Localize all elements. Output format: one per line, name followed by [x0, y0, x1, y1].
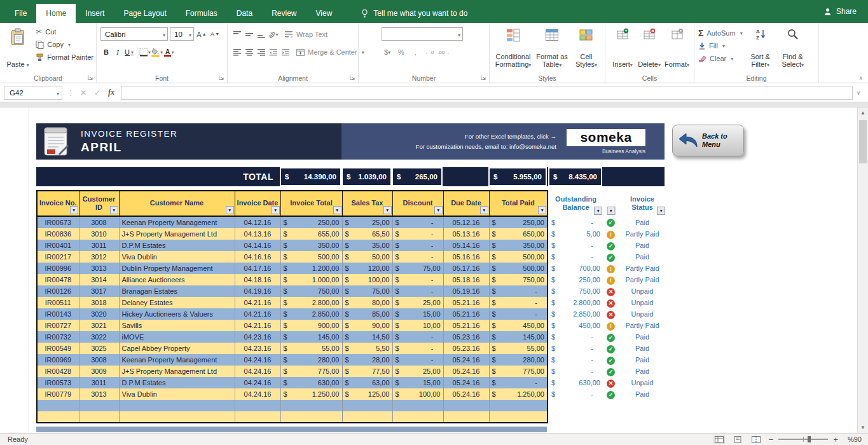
cell-customer-id[interactable]: 3011 — [79, 240, 119, 251]
cell-discount[interactable]: $- — [392, 285, 443, 297]
cell-customer-id[interactable]: 3010 — [79, 228, 119, 240]
cell-total-paid[interactable]: $280,00 — [489, 354, 548, 366]
cell-discount[interactable]: $- — [392, 216, 443, 228]
cell-customer-id[interactable]: 3011 — [79, 377, 119, 388]
cell-sales-tax[interactable]: $65,50 — [342, 228, 392, 240]
cell-outstanding-balance[interactable]: $5,00 — [549, 228, 603, 240]
tab-home[interactable]: Home — [36, 4, 76, 23]
zoom-in-button[interactable]: + — [833, 435, 838, 444]
cell-outstanding-balance[interactable]: $- — [549, 388, 603, 400]
cell-sales-tax[interactable]: $90,00 — [342, 320, 392, 331]
cell-customer-id[interactable]: 3020 — [79, 308, 119, 320]
header-invoice-date[interactable]: Invoice Date — [235, 191, 280, 216]
header-sales-tax[interactable]: Sales Tax — [342, 191, 392, 216]
cell-outstanding-balance[interactable]: $- — [549, 366, 603, 377]
cell-invoice-date[interactable]: 04.18.16 — [235, 274, 280, 285]
empty-cell[interactable] — [37, 400, 79, 411]
filter-button-customer-id[interactable] — [110, 206, 118, 214]
header-due-date[interactable]: Due Date — [443, 191, 489, 216]
empty-cell[interactable] — [280, 411, 342, 423]
cell-due-date[interactable]: 05.24.16 — [443, 377, 489, 388]
cell-sales-tax[interactable]: $50,00 — [342, 251, 392, 263]
cell-invoice-date[interactable]: 04.24.16 — [235, 388, 280, 400]
cell-total-paid[interactable]: $500,00 — [489, 263, 548, 274]
cell-total-paid[interactable]: $145,00 — [489, 331, 548, 343]
tab-page-layout[interactable]: Page Layout — [114, 4, 176, 23]
paste-button[interactable]: Paste — [4, 25, 32, 71]
cell-outstanding-balance[interactable]: $- — [549, 216, 603, 228]
cell-invoice-date[interactable]: 04.16.16 — [235, 251, 280, 263]
cell-outstanding-balance[interactable]: $- — [549, 354, 603, 366]
cell-invoice-total[interactable]: $1.200,00 — [280, 263, 342, 274]
scroll-up-arrow[interactable]: ▲ — [858, 107, 868, 118]
page-break-view-button[interactable] — [750, 435, 762, 444]
cell-customer-id[interactable]: 3008 — [79, 216, 119, 228]
empty-cell[interactable] — [489, 411, 548, 423]
cell-outstanding-balance[interactable]: $250,00 — [549, 274, 603, 285]
scroll-down-arrow[interactable]: ▼ — [858, 422, 868, 433]
font-color-button[interactable]: A — [163, 46, 174, 58]
cell-customer-name[interactable]: Keenan Property Management — [119, 354, 235, 366]
empty-cell[interactable] — [603, 411, 619, 423]
cell-sales-tax[interactable]: $85,00 — [342, 308, 392, 320]
align-center-button[interactable] — [244, 46, 255, 58]
bold-button[interactable]: B — [100, 46, 112, 58]
cell-invoice-no[interactable]: IR00732 — [37, 331, 79, 343]
cell-status-icon[interactable]: ! — [603, 320, 619, 331]
cell-invoice-status[interactable]: Partly Paid — [619, 320, 666, 331]
cell-styles-button[interactable]: Cell Styles — [571, 25, 602, 71]
cell-due-date[interactable]: 05.23.16 — [443, 343, 489, 354]
cell-total-paid[interactable]: $250,00 — [489, 216, 548, 228]
cell-outstanding-balance[interactable]: $- — [549, 240, 603, 251]
promo-line-1[interactable]: For other Excel templates, click → — [416, 132, 556, 141]
cell-invoice-date[interactable]: 04.12.16 — [235, 216, 280, 228]
cell-invoice-status[interactable]: Unpaid — [619, 308, 666, 320]
cell-due-date[interactable]: 05.24.16 — [443, 388, 489, 400]
cell-invoice-total[interactable]: $655,00 — [280, 228, 342, 240]
scrollbar-thumb[interactable] — [859, 120, 867, 163]
cell-customer-id[interactable]: 3013 — [79, 263, 119, 274]
wrap-text-button[interactable]: Wrap Text — [285, 28, 327, 41]
cell-discount[interactable]: $- — [392, 343, 443, 354]
cell-invoice-no[interactable]: IR00428 — [37, 366, 79, 377]
cell-invoice-no[interactable]: IR00143 — [37, 308, 79, 320]
filter-button-status-icon[interactable] — [607, 207, 615, 215]
normal-view-button[interactable] — [713, 435, 725, 444]
empty-cell[interactable] — [603, 400, 619, 411]
cut-button[interactable]: ✂Cut — [36, 25, 93, 38]
empty-cell[interactable] — [79, 400, 119, 411]
sort-filter-button[interactable]: AZ Sort & Filter — [745, 25, 776, 71]
header-invoice-no[interactable]: Invoice No. — [37, 191, 79, 216]
filter-button-outstanding[interactable] — [594, 207, 602, 215]
cell-invoice-date[interactable]: 04.14.16 — [235, 240, 280, 251]
cell-invoice-date[interactable]: 04.24.16 — [235, 366, 280, 377]
cell-invoice-total[interactable]: $350,00 — [280, 240, 342, 251]
cell-due-date[interactable]: 05.14.16 — [443, 240, 489, 251]
cell-due-date[interactable]: 05.24.16 — [443, 366, 489, 377]
cell-discount[interactable]: $25,00 — [392, 366, 443, 377]
clipboard-dialog-launcher[interactable] — [87, 74, 95, 81]
empty-row[interactable] — [37, 411, 666, 423]
empty-cell[interactable] — [342, 411, 392, 423]
cell-invoice-date[interactable]: 04.19.16 — [235, 285, 280, 297]
cell-sales-tax[interactable]: $63,00 — [342, 377, 392, 388]
cell-invoice-date[interactable]: 04.24.16 — [235, 354, 280, 366]
cell-customer-name[interactable]: Hickey Auctioneers & Valuers — [119, 308, 235, 320]
cell-customer-name[interactable]: D.P.M Estates — [119, 240, 235, 251]
cell-total-paid[interactable]: $- — [489, 285, 548, 297]
empty-cell[interactable] — [443, 411, 489, 423]
cell-sales-tax[interactable]: $125,00 — [342, 388, 392, 400]
cell-outstanding-balance[interactable]: $- — [549, 251, 603, 263]
cell-outstanding-balance[interactable]: $750,00 — [549, 285, 603, 297]
vertical-scrollbar[interactable]: ▲ ▼ — [857, 107, 868, 433]
total-discount[interactable]: $265,00 — [392, 167, 443, 186]
number-format-combo[interactable] — [382, 27, 463, 41]
cell-invoice-no[interactable]: IR00217 — [37, 251, 79, 263]
cell-customer-name[interactable]: Viva Dublin — [119, 251, 235, 263]
tab-insert[interactable]: Insert — [76, 4, 114, 23]
cell-discount[interactable]: $100,00 — [392, 388, 443, 400]
cell-invoice-date[interactable]: 04.21.16 — [235, 297, 280, 308]
cell-status-icon[interactable]: ✕ — [603, 285, 619, 297]
cell-outstanding-balance[interactable]: $700,00 — [549, 263, 603, 274]
cell-customer-name[interactable]: Branagan Estates — [119, 285, 235, 297]
